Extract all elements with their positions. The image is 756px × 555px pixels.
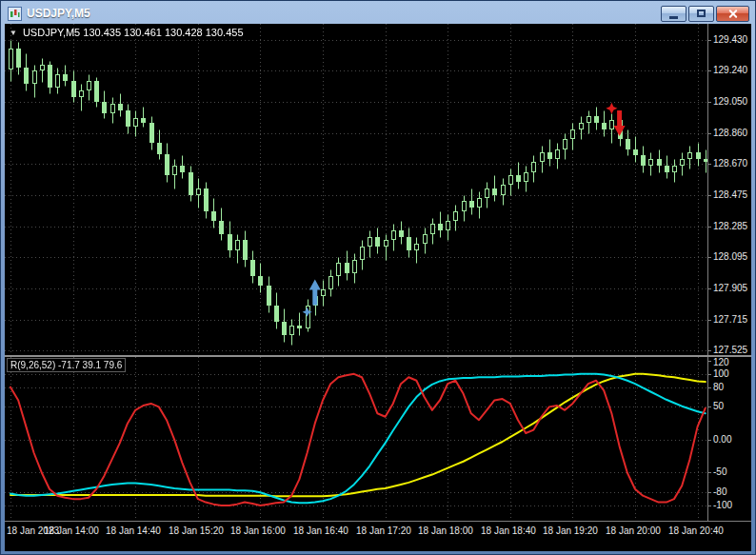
time-axis-label: 18 Jan 15:20	[169, 525, 224, 536]
axis-tick	[708, 505, 711, 506]
indicator-axis-label: -50	[713, 466, 726, 478]
price-axis-label: 128.475	[713, 189, 747, 201]
time-axis-label: 18 Jan 20:40	[668, 525, 724, 536]
axis-tick	[708, 472, 711, 473]
axis-tick	[708, 227, 711, 228]
axis-tick	[708, 492, 711, 493]
indicator-axis-label: 50	[713, 401, 724, 412]
time-axis-label: 18 Jan 14:40	[106, 525, 161, 536]
restore-icon	[697, 10, 706, 17]
axis-tick	[708, 40, 711, 41]
window-title: USDJPY,M5	[27, 7, 90, 20]
indicator-axis-label: 120	[713, 357, 729, 368]
indicator-axis-label: 100	[713, 368, 729, 380]
axis-tick	[708, 320, 711, 321]
price-axis-label: 127.905	[713, 283, 747, 294]
chart-window-icon	[8, 7, 22, 21]
time-axis-label: 18 Jan 18:00	[418, 525, 473, 536]
time-axis-label: 18 Jan 16:40	[293, 525, 348, 536]
axis-tick	[708, 164, 711, 165]
titlebar[interactable]: USDJPY,M5	[5, 1, 751, 24]
close-icon	[727, 9, 738, 19]
price-axis-label: 129.050	[713, 96, 747, 108]
close-button[interactable]	[716, 6, 749, 22]
time-axis-label: 18 Jan 17:20	[356, 525, 411, 536]
chart-content: ▼ USDJPY,M5 130.435 130.461 130.428 130.…	[5, 24, 751, 551]
price-axis-label: 128.670	[713, 158, 747, 169]
main-chart-pane: ▼ USDJPY,M5 130.435 130.461 130.428 130.…	[5, 24, 707, 355]
axis-tick	[708, 374, 711, 375]
indicator-axis[interactable]: 12010080500.00-50-80-100	[707, 357, 751, 521]
time-axis-label: 18 Jan 19:20	[543, 525, 598, 536]
minimize-icon	[669, 16, 678, 19]
price-chart-canvas[interactable]	[5, 24, 707, 355]
time-axis-label: 18 Jan 20:00	[606, 525, 661, 536]
indicator-axis-label: -80	[713, 486, 726, 498]
axis-tick	[708, 102, 711, 103]
symbol-dropdown-icon[interactable]: ▼	[10, 29, 17, 37]
indicator-canvas[interactable]	[5, 357, 707, 521]
axis-tick	[708, 195, 711, 196]
axis-tick	[708, 70, 711, 71]
axis-tick	[708, 406, 711, 407]
indicator-axis-label: 0.00	[713, 434, 731, 446]
chart-window: USDJPY,M5 ▼ USDJPY,M5 130.435 130.461 13…	[0, 0, 756, 555]
axis-tick	[708, 257, 711, 258]
axis-tick	[708, 440, 711, 441]
axis-tick	[708, 350, 711, 351]
price-axis-label: 127.715	[713, 314, 747, 326]
price-axis-label: 128.285	[713, 221, 747, 232]
price-axis-label: 129.430	[713, 34, 747, 46]
price-axis-label: 128.860	[713, 128, 747, 139]
axis-tick	[708, 288, 711, 289]
axis-tick	[708, 387, 711, 388]
price-axis[interactable]: 129.430129.240129.050128.860128.670128.4…	[707, 24, 751, 355]
chart-ohlc-label: ▼ USDJPY,M5 130.435 130.461 130.428 130.…	[10, 27, 244, 38]
indicator-label: R(9,26,52) -71.7 39.1 79.6	[7, 358, 126, 372]
axis-tick	[708, 361, 711, 362]
indicator-pane: R(9,26,52) -71.7 39.1 79.6	[5, 357, 707, 521]
indicator-axis-label: 80	[713, 382, 724, 393]
time-axis-label: 18 Jan 14:00	[44, 525, 99, 536]
price-axis-label: 128.095	[713, 251, 747, 263]
window-controls	[661, 6, 749, 22]
minimize-button[interactable]	[661, 6, 686, 22]
indicator-axis-label: -100	[713, 500, 732, 511]
axis-tick	[708, 133, 711, 134]
price-axis-label: 129.240	[713, 65, 747, 76]
time-axis-label: 18 Jan 16:00	[230, 525, 286, 536]
time-axis-label: 18 Jan 18:40	[481, 525, 536, 536]
ohlc-text: USDJPY,M5 130.435 130.461 130.428 130.45…	[23, 27, 244, 38]
time-axis[interactable]: 18 Jan 202318 Jan 14:0018 Jan 14:4018 Ja…	[5, 521, 751, 551]
restore-button[interactable]	[688, 6, 714, 22]
